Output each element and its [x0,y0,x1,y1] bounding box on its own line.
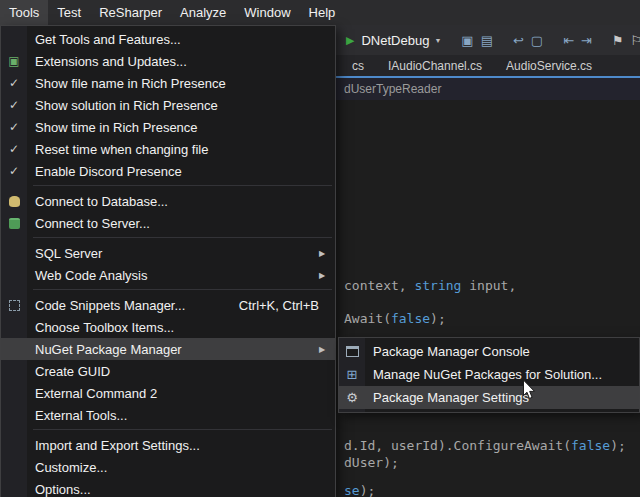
packages-grid-icon: ⊞ [347,367,358,382]
menu-item-choose-toolbox-items[interactable]: Choose Toolbox Items... [1,316,335,338]
outdent-icon[interactable]: ⇤ [563,34,574,47]
toolbox-icon[interactable]: ▤ [481,34,493,47]
menubar-item-resharper[interactable]: ReSharper [90,0,171,25]
menu-item-code-snippets-manager[interactable]: Code Snippets Manager... Ctrl+K, Ctrl+B [1,294,335,316]
menubar-item-test[interactable]: Test [48,0,90,25]
tools-menu: Get Tools and Features... ▣ Extensions a… [0,25,336,497]
debug-target-label[interactable]: DNetDebug [361,33,429,48]
submenu-item-package-manager-console[interactable]: Package Manager Console [339,340,639,363]
menu-item-enable-discord-presence[interactable]: ✓ Enable Discord Presence [1,160,335,182]
tab-partial[interactable]: cs [340,55,376,76]
start-debug-icon[interactable]: ▶ [346,34,354,47]
code-line: dUser); [344,455,399,470]
breadcrumb: dUserTypeReader [344,82,441,96]
submenu-item-manage-nuget-packages[interactable]: ⊞ Manage NuGet Packages for Solution... [339,363,639,386]
extensions-icon: ▣ [8,54,19,68]
menu-item-sql-server[interactable]: SQL Server ▶ [1,242,335,264]
code-line: d.Id, userId).ConfigureAwait(false); [344,438,626,453]
code-line: se); [344,483,375,497]
menu-item-extensions-and-updates[interactable]: ▣ Extensions and Updates... [1,50,335,72]
database-icon [9,196,20,207]
menu-item-options[interactable]: Options... [1,478,335,497]
next-bookmark-icon[interactable]: ⚐ [631,34,640,47]
submenu-arrow-icon: ▶ [313,345,335,354]
menubar-item-window[interactable]: Window [235,0,299,25]
menu-item-external-tools[interactable]: External Tools... [1,404,335,426]
menu-item-external-command-2[interactable]: External Command 2 [1,382,335,404]
shortcut-label: Ctrl+K, Ctrl+B [239,298,335,313]
indent-icon[interactable]: ⇥ [581,34,592,47]
menu-separator [33,237,332,238]
server-icon [9,218,20,229]
check-icon: ✓ [9,142,19,156]
menu-item-import-export-settings[interactable]: Import and Export Settings... [1,434,335,456]
menu-item-reset-time-changing-file[interactable]: ✓ Reset time when changing file [1,138,335,160]
menu-item-get-tools-and-features[interactable]: Get Tools and Features... [1,28,335,50]
menubar-item-analyze[interactable]: Analyze [171,0,235,25]
menu-item-connect-to-database[interactable]: Connect to Database... [1,190,335,212]
menu-item-create-guid[interactable]: Create GUID [1,360,335,382]
menu-separator [33,289,332,290]
nuget-package-manager-submenu: Package Manager Console ⊞ Manage NuGet P… [338,337,640,413]
menubar-item-tools[interactable]: Tools [0,0,48,25]
menubar-item-help[interactable]: Help [300,0,345,25]
menu-item-nuget-package-manager[interactable]: NuGet Package Manager ▶ [1,338,335,360]
gear-icon: ⚙ [346,390,358,405]
menu-item-customize[interactable]: Customize... [1,456,335,478]
check-icon: ✓ [9,164,19,178]
console-icon [346,346,359,357]
chevron-down-icon[interactable]: ▼ [434,37,441,44]
check-icon: ✓ [9,120,19,134]
menu-item-web-code-analysis[interactable]: Web Code Analysis ▶ [1,264,335,286]
menu-separator [33,429,332,430]
code-line: Await(false); [344,311,446,326]
bookmark-icon[interactable]: ⚑ [612,34,624,47]
tab-iaudiochannel[interactable]: IAudioChannel.cs [376,55,494,76]
submenu-item-package-manager-settings[interactable]: ⚙ Package Manager Settings [339,386,639,409]
code-snippets-icon [9,300,20,311]
check-icon: ✓ [9,98,19,112]
code-line: context, string input, [344,278,516,293]
menu-item-show-solution-rich-presence[interactable]: ✓ Show solution in Rich Presence [1,94,335,116]
tab-audioservice[interactable]: AudioService.cs [494,55,604,76]
documents-icon[interactable]: ▢ [531,34,543,47]
menu-item-show-time-rich-presence[interactable]: ✓ Show time in Rich Presence [1,116,335,138]
menu-item-connect-to-server[interactable]: Connect to Server... [1,212,335,234]
navigate-back-icon[interactable]: ↩ [513,34,524,47]
find-icon[interactable]: ▣ [461,34,473,47]
menu-item-show-file-name-rich-presence[interactable]: ✓ Show file name in Rich Presence [1,72,335,94]
menu-bar: Tools Test ReSharper Analyze Window Help [0,0,640,25]
menu-separator [33,185,332,186]
submenu-arrow-icon: ▶ [313,271,335,280]
submenu-arrow-icon: ▶ [313,249,335,258]
check-icon: ✓ [9,76,19,90]
